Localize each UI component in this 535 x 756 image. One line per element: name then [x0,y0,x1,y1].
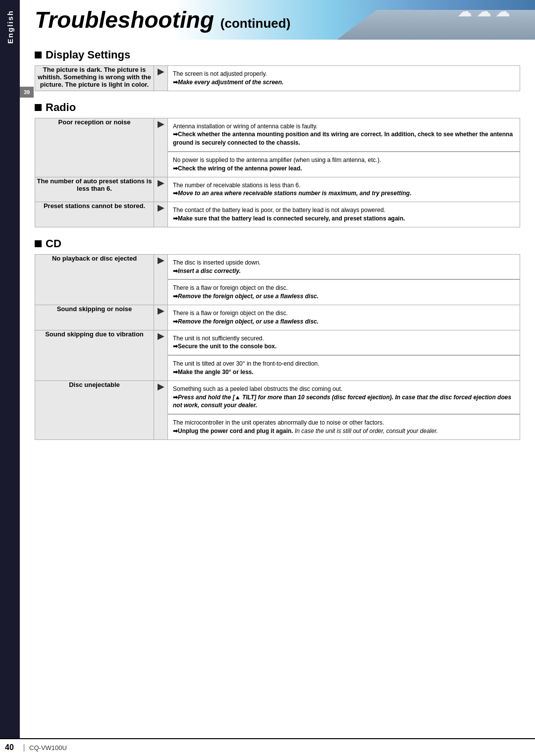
display-section-header: Display Settings [35,49,520,61]
sidebar: English [0,0,20,756]
solution-cell: Antenna installation or wiring of antenn… [168,118,520,152]
cd-section-header: CD [35,237,520,250]
table-row: Disc unejectable ▶ Something such as a p… [35,380,520,414]
solution-action: ➡Unplug the power cord and plug it again… [173,428,438,434]
page-num-badge: 39 [20,87,34,98]
problem-cell: Sound skipping due to vibration [35,330,154,380]
footer-model: CQ-VW100U [24,744,67,752]
main-content: ☁ ☁ ☁ Troubleshooting (continued) 39 Dis… [20,0,535,470]
solution-cell: There is a flaw or foreign object on the… [168,280,520,305]
solution-text: The screen is not adjusted properly. [173,70,267,77]
arrow-icon: ▶ [158,306,164,316]
solution-text: There is a flaw or foreign object on the… [173,310,288,317]
footer: 40 | CQ-VW100U [0,738,535,756]
solution-text: The unit is tilted at over 30° in the fr… [173,360,320,367]
solution-text: Antenna installation or wiring of antenn… [173,123,318,130]
solution-row: There is a flaw or foreign object on the… [168,280,520,305]
solution-text: The number of receivable stations is les… [173,182,300,189]
solution-cell: The screen is not adjusted properly. ➡Ma… [168,66,520,91]
problem-text: Poor reception or noise [58,118,131,126]
problem-cell: No playback or disc ejected [35,254,154,305]
solution-action: ➡Press and hold the [▲ TILT] for more th… [173,394,511,409]
arrow-icon: ▶ [158,178,164,188]
table-row: The picture is dark. The picture is whit… [35,66,520,91]
problem-cell: The number of auto preset stations is le… [35,177,154,202]
arrow-cell: ▶ [154,305,168,330]
problem-cell: Poor reception or noise [35,118,154,177]
arrow-icon: ▶ [158,119,164,129]
problem-cell: Preset stations cannot be stored. [35,202,154,227]
arrow-icon: ▶ [158,66,164,76]
solution-cell: The unit is tilted at over 30° in the fr… [168,356,520,381]
arrow-cell: ▶ [154,330,168,380]
table-row: Preset stations cannot be stored. ▶ The … [35,202,520,227]
solution-text: The disc is inserted upside down. [173,259,261,266]
section-square-icon [35,52,42,58]
solution-cell: The number of receivable stations is les… [168,177,520,202]
solution-row: The microcontroller in the unit operates… [168,415,520,439]
arrow-cell: ▶ [154,380,168,439]
problem-cell: Sound skipping or noise [35,305,154,330]
table-row: Sound skipping due to vibration ▶ The un… [35,330,520,356]
footer-page-number: 40 [5,743,14,752]
solution-text: No power is supplied to the antenna ampl… [173,157,381,163]
arrow-icon: ▶ [158,203,164,213]
solution-row: There is a flaw or foreign object on the… [168,305,520,330]
solution-row: Antenna installation or wiring of antenn… [168,118,520,152]
problem-text: Sound skipping or noise [57,305,132,313]
arrow-cell: ▶ [154,254,168,305]
solution-row: No power is supplied to the antenna ampl… [168,152,520,177]
solution-text: The unit is not sufficiently secured. [173,335,264,342]
solution-cell: The contact of the battery lead is poor,… [168,202,520,227]
problem-text: Sound skipping due to vibration [45,330,144,338]
display-section-title: Display Settings [46,49,130,61]
table-row: Poor reception or noise ▶ Antenna instal… [35,118,520,152]
problem-text: Disc unejectable [69,381,120,388]
section-square-icon [35,240,42,247]
solution-text: The microcontroller in the unit operates… [173,419,384,426]
problem-text: Preset stations cannot be stored. [44,202,145,210]
solution-row: The contact of the battery lead is poor,… [168,202,520,227]
solution-action: ➡Insert a disc correctly. [173,268,241,274]
solution-cell: The disc is inserted upside down. ➡Inser… [168,254,520,280]
problem-text: The picture is dark. The picture is whit… [38,66,151,88]
solution-cell: There is a flaw or foreign object on the… [168,305,520,330]
arrow-icon: ▶ [158,381,164,391]
page-header: ☁ ☁ ☁ Troubleshooting (continued) [20,0,535,40]
arrow-icon: ▶ [158,331,164,341]
arrow-cell: ▶ [154,66,168,91]
display-table: The picture is dark. The picture is whit… [35,65,520,91]
page-title: Troubleshooting (continued) [35,6,290,33]
solution-row: The screen is not adjusted properly. ➡Ma… [168,66,520,91]
solution-action: ➡Make sure that the battery lead is conn… [173,215,405,222]
solution-action: ➡Secure the unit to the console box. [173,343,276,350]
solution-action: ➡Remove the foreign object, or use a fla… [173,293,319,300]
radio-section-title: Radio [46,101,76,114]
solution-text: The contact of the battery lead is poor,… [173,207,385,214]
table-row: No playback or disc ejected ▶ The disc i… [35,254,520,280]
solution-action: ➡Check whether the antenna mounting posi… [173,131,513,146]
solution-text: Something such as a peeled label obstruc… [173,385,342,392]
solution-action: ➡Make every adjustment of the screen. [173,79,283,86]
cd-table: No playback or disc ejected ▶ The disc i… [35,254,520,440]
clouds-decoration: ☁ ☁ ☁ [457,2,510,20]
solution-action: ➡Check the wiring of the antenna power l… [173,165,302,172]
solution-cell: The unit is not sufficiently secured. ➡S… [168,330,520,356]
solution-row: The unit is not sufficiently secured. ➡S… [168,330,520,356]
solution-action: ➡Move to an area where receivable statio… [173,190,412,197]
solution-row: The unit is tilted at over 30° in the fr… [168,356,520,380]
solution-text: There is a flaw or foreign object on the… [173,284,288,291]
arrow-cell: ▶ [154,202,168,227]
problem-cell: The picture is dark. The picture is whit… [35,66,154,91]
table-row: Sound skipping or noise ▶ There is a fla… [35,305,520,330]
solution-action: ➡Remove the foreign object, or use a fla… [173,318,319,325]
solution-cell: No power is supplied to the antenna ampl… [168,152,520,177]
table-row: The number of auto preset stations is le… [35,177,520,202]
solution-row: The number of receivable stations is les… [168,177,520,202]
problem-cell: Disc unejectable [35,380,154,439]
problem-text: The number of auto preset stations is le… [37,177,152,192]
radio-section-header: Radio [35,101,520,114]
solution-cell: The microcontroller in the unit operates… [168,415,520,440]
title-main: Troubleshooting [35,7,220,33]
arrow-cell: ▶ [154,118,168,177]
